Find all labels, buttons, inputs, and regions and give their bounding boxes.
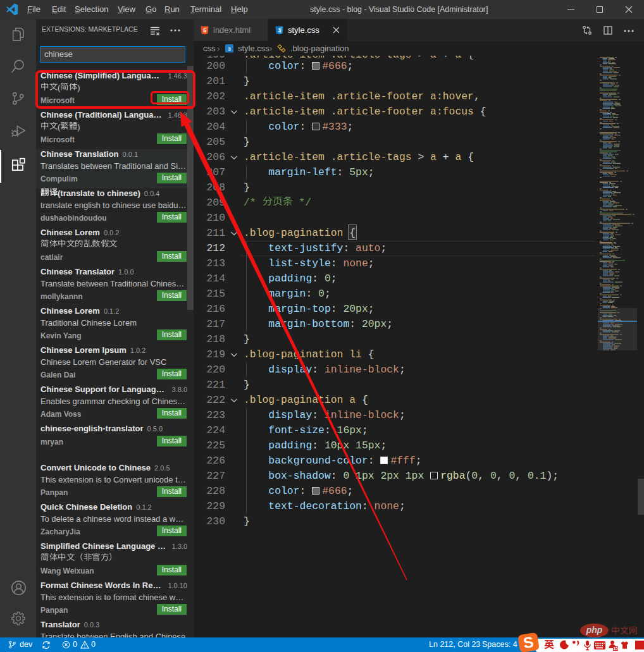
svg-text:15: 15: [613, 646, 618, 651]
svg-text:3: 3: [228, 46, 231, 52]
svg-text:5: 5: [203, 27, 206, 34]
svg-text:3: 3: [278, 27, 281, 34]
